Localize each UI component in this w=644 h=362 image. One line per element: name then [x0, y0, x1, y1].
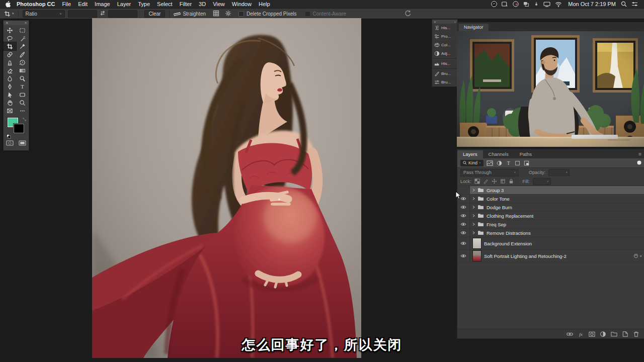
status-window-arrow-icon[interactable]	[502, 2, 508, 7]
blur-tool[interactable]	[4, 74, 16, 82]
tab-navigator[interactable]: Navigator	[459, 24, 489, 31]
menu-select[interactable]: Select	[157, 1, 173, 7]
crop-overlay-options-icon[interactable]	[213, 10, 219, 18]
hand-tool[interactable]	[4, 99, 16, 107]
visibility-eye-icon[interactable]	[457, 203, 470, 211]
layer-thumbnail[interactable]	[472, 250, 481, 261]
lock-all-icon[interactable]	[509, 178, 514, 184]
path-selection-tool[interactable]	[4, 90, 16, 99]
layer-row-background-extension[interactable]: Background Extension	[457, 237, 644, 250]
dock-collapse-icon[interactable]: »	[454, 20, 456, 23]
clear-button[interactable]: Clear	[144, 10, 166, 18]
clone-stamp-tool[interactable]	[4, 58, 16, 66]
tab-layers[interactable]: Layers	[457, 150, 483, 158]
history-brush-tool[interactable]	[16, 58, 29, 66]
status-dot-icon[interactable]	[534, 2, 539, 7]
swap-dimensions-icon[interactable]	[100, 10, 106, 17]
disclosure-triangle-icon[interactable]	[472, 222, 475, 226]
lock-transparency-icon[interactable]	[474, 178, 480, 184]
filtering-toggle[interactable]	[637, 160, 641, 166]
tools-close-icon[interactable]: ✕	[6, 21, 9, 25]
reset-tool-icon[interactable]	[405, 10, 411, 18]
wifi-icon[interactable]	[555, 2, 562, 7]
no-tool-slot[interactable]	[4, 107, 16, 115]
visibility-eye-icon[interactable]	[457, 229, 470, 237]
menu-edit[interactable]: Edit	[78, 1, 88, 7]
content-aware-checkbox[interactable]: Content-Aware	[305, 11, 347, 17]
tools-collapse-icon[interactable]: »	[25, 21, 27, 25]
panel-menu-icon[interactable]: ≡	[638, 151, 641, 157]
menu-window[interactable]: Window	[232, 1, 252, 7]
filter-shape-layers-icon[interactable]	[515, 160, 520, 166]
dock-brushes[interactable]: Bru...	[432, 78, 457, 86]
disclosure-triangle-icon[interactable]	[472, 231, 475, 235]
status-app1-icon[interactable]	[491, 1, 497, 7]
marquee-tool[interactable]	[16, 26, 29, 34]
menu-help[interactable]: Help	[259, 1, 270, 7]
menubar-clock[interactable]: Mon Oct 7 2:19 PM	[568, 1, 616, 7]
visibility-eye-icon[interactable]	[457, 212, 470, 220]
menu-filter[interactable]: Filter	[180, 1, 192, 7]
dock-adjustments[interactable]: Adj...	[432, 49, 457, 58]
dock-histogram[interactable]: His...	[432, 59, 457, 68]
menu-layer[interactable]: Layer	[117, 1, 131, 7]
layer-row-group-3[interactable]: Group 3	[457, 186, 644, 195]
layer-row-remove-distractions[interactable]: Remove Distractions	[457, 229, 644, 237]
filter-smart-objects-icon[interactable]	[524, 160, 529, 166]
fill-field[interactable]: ˅	[533, 178, 551, 185]
layer-row-freq-sep[interactable]: Freq Sep	[457, 220, 644, 229]
crop-height-input[interactable]	[108, 10, 137, 18]
disclosure-triangle-icon[interactable]	[472, 197, 475, 201]
swap-colors-icon[interactable]: ⤡	[23, 117, 26, 122]
lock-artboard-icon[interactable]	[500, 178, 506, 184]
move-tool[interactable]	[4, 26, 16, 34]
status-camera-icon[interactable]	[513, 1, 519, 7]
shape-tool[interactable]	[16, 90, 29, 99]
eyedropper-tool[interactable]	[16, 42, 29, 50]
filter-kind-select[interactable]: Kind ˅	[460, 160, 484, 166]
layer-row-dodge-burn[interactable]: Dodge Burn	[457, 203, 644, 212]
default-colors-icon[interactable]	[7, 132, 11, 141]
crop-tool-preset[interactable]: ▾	[4, 11, 14, 17]
disclosure-triangle-icon[interactable]	[472, 205, 475, 209]
tab-paths[interactable]: Paths	[514, 150, 537, 158]
menu-3d[interactable]: 3D	[199, 1, 206, 7]
spotlight-search-icon[interactable]	[621, 1, 627, 7]
status-layers-icon[interactable]	[523, 2, 529, 7]
crop-tool[interactable]	[4, 42, 16, 50]
filter-adjustment-layers-icon[interactable]	[497, 160, 502, 166]
layer-row-color-tone[interactable]: Color Tone	[457, 195, 644, 203]
lock-position-icon[interactable]	[492, 178, 497, 184]
app-name[interactable]: Photoshop CC	[17, 1, 55, 7]
background-color-swatch[interactable]	[14, 124, 24, 133]
menu-view[interactable]: View	[213, 1, 225, 7]
blend-mode-select[interactable]: Pass Through˅	[460, 169, 519, 176]
apple-menu-icon[interactable]	[5, 1, 11, 8]
lasso-tool[interactable]	[4, 34, 16, 42]
menu-type[interactable]: Type	[138, 1, 150, 7]
smart-filters-badge[interactable]: ˅	[633, 253, 642, 258]
lock-pixels-icon[interactable]	[483, 178, 489, 184]
layer-row-clothing-replacement[interactable]: Clothing Replacement	[457, 212, 644, 220]
dock-brush-settings[interactable]: Bru...	[432, 69, 457, 78]
tab-channels[interactable]: Channels	[483, 150, 514, 158]
crop-settings-gear-icon[interactable]	[225, 10, 231, 18]
dock-history[interactable]: His...	[432, 24, 457, 32]
layer-thumbnail[interactable]	[472, 238, 481, 249]
menu-file[interactable]: File	[62, 1, 71, 7]
layer-row-soft-portrait[interactable]: Soft Portrait Lighting and Retouching-2 …	[457, 250, 644, 262]
disclosure-triangle-icon[interactable]	[472, 188, 475, 192]
menu-image[interactable]: Image	[95, 1, 110, 7]
screen-mode-icon[interactable]	[19, 139, 26, 148]
zoom-tool[interactable]	[16, 99, 29, 107]
crop-ratio-select[interactable]: Ratio˅	[23, 10, 65, 18]
opacity-field[interactable]: ˅	[548, 169, 570, 176]
visibility-eye-icon[interactable]	[457, 250, 470, 262]
dock-color[interactable]: Col...	[432, 41, 457, 49]
delete-cropped-pixels-checkbox[interactable]: Delete Cropped Pixels	[238, 11, 297, 17]
status-display-icon[interactable]	[543, 2, 550, 7]
eraser-tool[interactable]	[4, 66, 16, 74]
document-canvas[interactable]	[92, 18, 361, 358]
straighten-button[interactable]: Straighten	[174, 11, 206, 17]
visibility-eye-icon[interactable]	[457, 237, 470, 249]
